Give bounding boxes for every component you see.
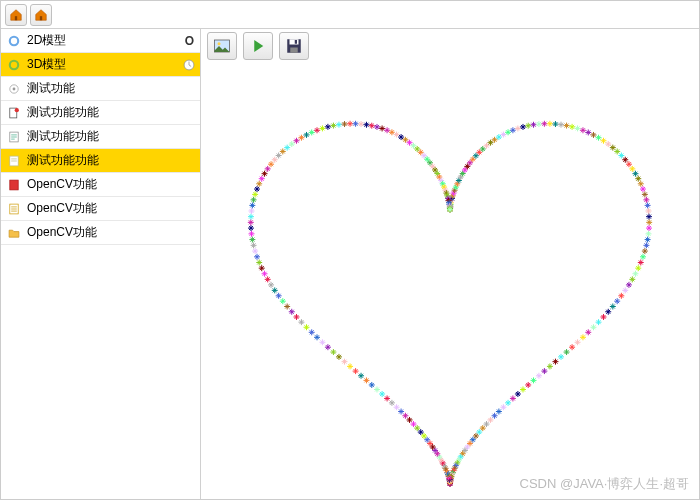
home-icon bbox=[34, 8, 48, 22]
canvas: CSDN @JAVA·博弈人生·超哥 bbox=[201, 63, 699, 499]
svg-point-14 bbox=[218, 42, 221, 45]
play-button[interactable] bbox=[243, 32, 273, 60]
sheet-icon bbox=[7, 202, 21, 216]
sidebar-item-label: OpenCV功能 bbox=[27, 224, 97, 241]
book-icon bbox=[7, 178, 21, 192]
sidebar-item-label: 测试功能 bbox=[27, 80, 75, 97]
svg-point-6 bbox=[13, 87, 16, 90]
svg-rect-1 bbox=[40, 16, 42, 20]
sidebar-item-3d[interactable]: 3D模型 bbox=[1, 53, 200, 77]
heart-plot bbox=[201, 63, 699, 500]
image-icon bbox=[213, 37, 231, 55]
radio-icon bbox=[7, 82, 21, 96]
sidebar-item-label: OpenCV功能 bbox=[27, 176, 97, 193]
sidebar-item-test2[interactable]: 测试功能功能 bbox=[1, 101, 200, 125]
sidebar-item-opencv1[interactable]: OpenCV功能 bbox=[1, 173, 200, 197]
gear-green-icon bbox=[7, 58, 21, 72]
main-area: 2D模型 O 3D模型 测试功能 测试功能功能 测试功能功能 bbox=[1, 29, 699, 499]
folder-icon bbox=[7, 226, 21, 240]
sidebar-item-label: 2D模型 bbox=[27, 32, 66, 49]
clock-icon bbox=[182, 58, 196, 72]
sidebar-item-label: 测试功能功能 bbox=[27, 152, 99, 169]
sidebar-item-label: 3D模型 bbox=[27, 56, 66, 73]
canvas-toolbar bbox=[201, 29, 699, 63]
sidebar-item-opencv2[interactable]: OpenCV功能 bbox=[1, 197, 200, 221]
home-icon bbox=[9, 8, 23, 22]
home-button-2[interactable] bbox=[30, 4, 52, 26]
svg-rect-16 bbox=[290, 39, 299, 44]
save-icon bbox=[285, 37, 303, 55]
sidebar-item-test4[interactable]: 测试功能功能 bbox=[1, 149, 200, 173]
sidebar-item-2d[interactable]: 2D模型 O bbox=[1, 29, 200, 53]
canvas-area: CSDN @JAVA·博弈人生·超哥 bbox=[201, 29, 699, 499]
page-icon bbox=[7, 154, 21, 168]
sidebar-item-label: 测试功能功能 bbox=[27, 104, 99, 121]
sidebar: 2D模型 O 3D模型 测试功能 测试功能功能 测试功能功能 bbox=[1, 29, 201, 499]
save-button[interactable] bbox=[279, 32, 309, 60]
svg-rect-17 bbox=[290, 48, 298, 53]
doc-icon bbox=[7, 106, 21, 120]
badge-o: O bbox=[185, 34, 194, 48]
sidebar-item-test3[interactable]: 测试功能功能 bbox=[1, 125, 200, 149]
svg-point-2 bbox=[10, 36, 18, 44]
sidebar-item-label: OpenCV功能 bbox=[27, 200, 97, 217]
home-button-1[interactable] bbox=[5, 4, 27, 26]
top-toolbar bbox=[1, 1, 699, 29]
sidebar-item-test1[interactable]: 测试功能 bbox=[1, 77, 200, 101]
svg-point-8 bbox=[15, 108, 19, 112]
app-window: 2D模型 O 3D模型 测试功能 测试功能功能 测试功能功能 bbox=[0, 0, 700, 500]
svg-rect-18 bbox=[295, 40, 297, 44]
sidebar-item-label: 测试功能功能 bbox=[27, 128, 99, 145]
svg-rect-0 bbox=[15, 16, 17, 20]
sidebar-item-opencv3[interactable]: OpenCV功能 bbox=[1, 221, 200, 245]
svg-point-3 bbox=[10, 60, 18, 68]
gear-icon bbox=[7, 34, 21, 48]
play-icon bbox=[249, 37, 267, 55]
image-button[interactable] bbox=[207, 32, 237, 60]
svg-rect-11 bbox=[10, 180, 18, 190]
note-icon bbox=[7, 130, 21, 144]
